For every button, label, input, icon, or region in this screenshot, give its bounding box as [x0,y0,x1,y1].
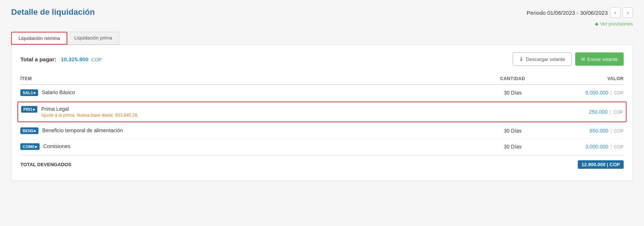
tabs-row: Liquidación nómina Liquidación prima [11,32,633,45]
row-valor-ben5: 650.000 | COP [550,128,624,134]
ver-provisiones-container: ◆ Ver provisiones [11,21,633,27]
total-devengados-valor: 12.900.000 | COP [550,160,624,169]
item-note-pri1: Ajuste a la prima. Nueva base diaria: 65… [41,113,138,118]
row-valor-com0: 3.000.000 | COP [550,144,624,150]
email-icon: ✉ [581,56,585,62]
row-valor-sal1: 9.000.000 | COP [550,90,624,96]
page-container: Detalle de liquidación Periodo 01/06/202… [0,0,644,226]
item-text-ben5: Beneficio temporal de alimentación [42,127,123,133]
total-label: Total a pagar: [20,56,56,62]
row-cantidad-com0: 30 Días [476,144,550,150]
row-item-com0: COM0 Comisiones [20,143,476,150]
table-row-pri1: PRI1 Prima Legal Ajuste a la prima. Nuev… [17,102,627,122]
total-amount: 10.325.800 [61,56,88,62]
item-name-pri1: Prima Legal [41,106,138,112]
period-nav: Periodo 01/06/2023 - 30/06/2023 ‹ › [527,7,633,18]
row-cantidad-ben5: 30 Días [476,128,550,134]
ver-provisiones-link[interactable]: ◆ Ver provisiones [595,21,633,27]
item-name-com0: Comisiones [43,143,70,149]
total-devengados-label: TOTAL DEVENGADOS [20,162,476,167]
table-row: SAL1 Salario Básico 30 Días 9.000.000 | … [20,85,624,101]
enviar-volante-button[interactable]: ✉ Enviar volante [575,52,624,66]
row-item-ben5: BEN5 Beneficio temporal de alimentación [20,127,476,134]
badge-sal1: SAL1 [20,89,38,96]
main-panel: Total a pagar: 10.325.800 COP ⇓ Descarga… [11,45,633,181]
badge-com0: COM0 [20,143,40,150]
header-row: Detalle de liquidación Periodo 01/06/202… [11,7,633,18]
table-header: ÍTEM CANTIDAD VALOR [20,73,624,85]
badge-ben5: BEN5 [20,127,38,134]
table-row-ben5: BEN5 Beneficio temporal de alimentación … [20,123,624,139]
item-text-sal1: Salario Básico [42,89,75,95]
total-amount-container: Total a pagar: 10.325.800 COP [20,56,102,62]
row-item-sal1: SAL1 Salario Básico [20,89,476,96]
total-devengados-badge: 12.900.000 | COP [578,160,624,169]
total-currency: COP [91,57,102,62]
badge-pri1: PRI1 [21,106,37,113]
item-text-pri1: Prima Legal Ajuste a la prima. Nueva bas… [41,106,138,118]
next-period-button[interactable]: › [623,7,633,18]
item-text-com0: Comisiones [43,143,70,149]
tab-liquidacion-nomina[interactable]: Liquidación nómina [11,32,67,45]
total-row: Total a pagar: 10.325.800 COP ⇓ Descarga… [20,52,624,66]
descargar-volante-button[interactable]: ⇓ Descargar volante [513,52,571,66]
row-valor-pri1: 250.000 | COP [549,109,623,115]
total-devengados-row: TOTAL DEVENGADOS 12.900.000 | COP [20,155,624,173]
th-item: ÍTEM [20,76,476,81]
row-item-pri1: PRI1 Prima Legal Ajuste a la prima. Nuev… [21,106,475,118]
item-name-sal1: Salario Básico [42,89,75,95]
table-row-com0: COM0 Comisiones 30 Días 3.000.000 | COP [20,139,624,155]
row-cantidad-sal1: 30 Días [476,90,550,96]
page-title: Detalle de liquidación [11,7,95,17]
prev-period-button[interactable]: ‹ [610,7,620,18]
th-cantidad: CANTIDAD [476,76,550,81]
th-valor: VALOR [550,76,624,81]
action-buttons: ⇓ Descargar volante ✉ Enviar volante [513,52,624,66]
tab-liquidacion-prima[interactable]: Liquidación prima [67,32,119,45]
download-icon: ⇓ [519,56,524,62]
diamond-icon: ◆ [595,21,599,27]
period-label: Periodo 01/06/2023 - 30/06/2023 [527,10,608,16]
item-name-ben5: Beneficio temporal de alimentación [42,127,123,133]
